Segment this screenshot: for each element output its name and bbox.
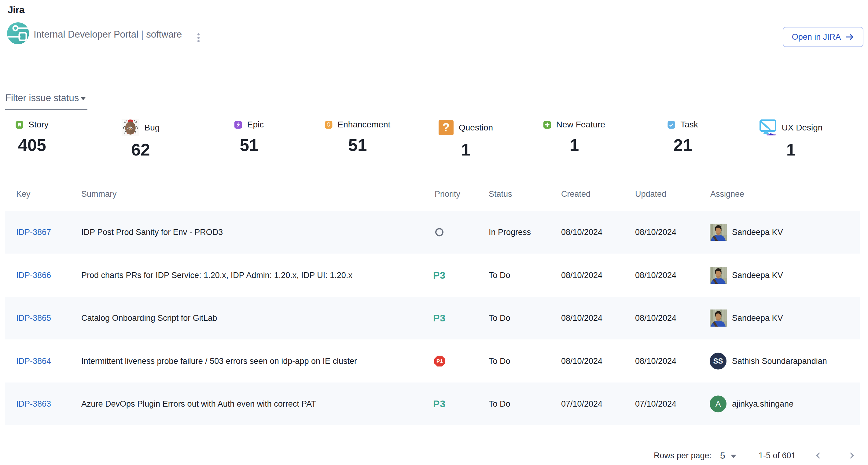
svg-text:P1: P1: [436, 358, 443, 364]
svg-text:</>: </>: [127, 126, 133, 131]
